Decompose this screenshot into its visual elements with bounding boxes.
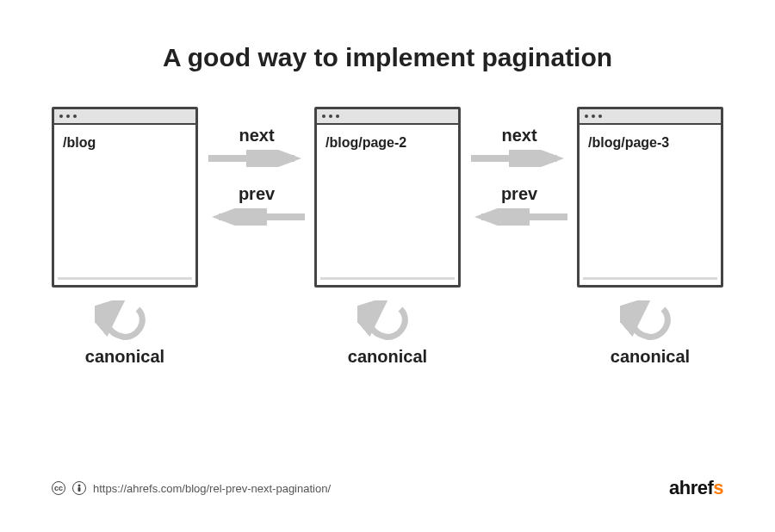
browser-titlebar — [580, 109, 721, 125]
arrow-left-icon — [208, 208, 305, 226]
browser-window-3: /blog/page-3 — [577, 107, 723, 288]
window-dot-icon — [585, 114, 588, 118]
arrow-right-icon — [208, 150, 305, 167]
self-loop-arrow-icon — [620, 300, 680, 343]
window-dot-icon — [322, 114, 326, 118]
svg-rect-5 — [78, 487, 81, 492]
browser-url: /blog/page-3 — [580, 125, 721, 285]
arrow-left-icon — [471, 208, 567, 226]
diagram-title: A good way to implement pagination — [0, 0, 775, 107]
ahrefs-logo: ahrefs — [669, 477, 723, 499]
prev-label: prev — [476, 184, 562, 204]
canonical-group-3: canonical — [577, 300, 723, 367]
window-dot-icon — [598, 114, 602, 118]
cc-license-icon: cc — [52, 481, 65, 495]
window-dot-icon — [59, 114, 63, 118]
browser-window-2: /blog/page-2 — [314, 107, 461, 288]
diagram-stage: /blog /blog/page-2 /blog/page-3 next pre… — [52, 107, 723, 408]
window-dot-icon — [73, 114, 77, 118]
svg-point-4 — [78, 485, 81, 487]
browser-window-1: /blog — [52, 107, 198, 288]
canonical-label: canonical — [52, 347, 198, 367]
footer-left: cc https://ahrefs.com/blog/rel-prev-next… — [52, 481, 331, 495]
canonical-group-2: canonical — [314, 300, 461, 367]
self-loop-arrow-icon — [357, 300, 418, 343]
window-dot-icon — [336, 114, 339, 118]
next-label: next — [214, 126, 300, 145]
footer: cc https://ahrefs.com/blog/rel-prev-next… — [52, 477, 723, 499]
browser-titlebar — [54, 109, 195, 125]
canonical-label: canonical — [577, 347, 723, 367]
browser-url: /blog — [54, 125, 195, 285]
next-label: next — [476, 126, 562, 145]
browser-url: /blog/page-2 — [317, 125, 458, 285]
self-loop-arrow-icon — [95, 300, 155, 343]
window-dot-icon — [592, 114, 595, 118]
logo-suffix: s — [713, 477, 723, 498]
window-dot-icon — [329, 114, 332, 118]
browser-titlebar — [317, 109, 458, 125]
prev-label: prev — [214, 184, 300, 204]
arrow-right-icon — [471, 150, 567, 167]
window-dot-icon — [66, 114, 70, 118]
cc-by-icon — [72, 481, 86, 495]
source-url: https://ahrefs.com/blog/rel-prev-next-pa… — [93, 482, 331, 495]
logo-prefix: ahref — [669, 477, 713, 498]
canonical-group-1: canonical — [52, 300, 198, 367]
canonical-label: canonical — [314, 347, 461, 367]
